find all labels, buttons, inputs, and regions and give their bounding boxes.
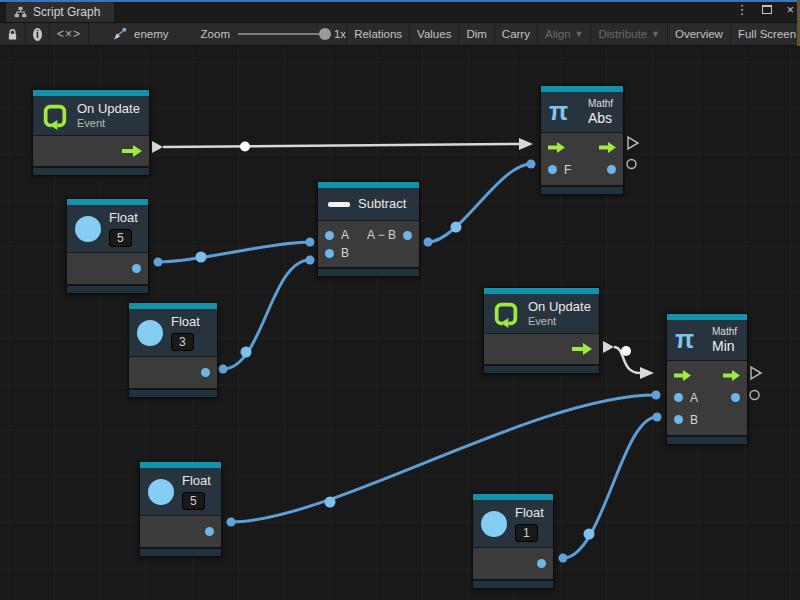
node-title: Subtract (358, 196, 406, 212)
node-subtitle: Event (528, 315, 591, 328)
toolbar-buttons: Relations Values Dim Carry Align▼ Distri… (346, 23, 800, 45)
zoom-control: Zoom 1x (201, 23, 347, 45)
port-label: A (341, 228, 349, 242)
focus-highlight-line (0, 0, 800, 2)
tab-script-graph[interactable]: Script Graph (6, 2, 114, 22)
node-mathf-min[interactable]: π Mathf Min A B (666, 313, 748, 445)
node-category: Mathf (588, 97, 613, 110)
value-out-port[interactable] (607, 165, 616, 174)
node-float-1[interactable]: Float 1 (472, 493, 554, 589)
node-title: Abs (588, 110, 613, 127)
align-dropdown[interactable]: Align▼ (538, 23, 592, 45)
info-icon: i (33, 28, 42, 41)
node-float-5-bottom[interactable]: Float 5 (139, 461, 222, 557)
node-category: Mathf (712, 325, 737, 338)
loop-event-icon (492, 300, 520, 328)
script-graph-window: On Update Event π Mathf Abs (0, 0, 800, 600)
full-screen-button[interactable]: Full Screen (731, 23, 800, 45)
tab-bar: Script Graph (0, 0, 800, 22)
float-icon (137, 320, 163, 346)
value-out-port[interactable] (731, 393, 740, 402)
node-float-3[interactable]: Float 3 (128, 302, 218, 398)
float-value-field[interactable]: 1 (515, 524, 538, 542)
value-out-port[interactable] (201, 368, 210, 377)
node-subtract[interactable]: Subtract A A − B B (317, 181, 420, 277)
exec-out-port[interactable] (723, 370, 740, 381)
node-subtitle: Event (77, 117, 140, 130)
exec-out-port[interactable] (599, 142, 616, 153)
zoom-slider-handle[interactable] (319, 28, 331, 40)
exec-in-port[interactable] (548, 142, 565, 153)
math-pi-icon: π (549, 99, 568, 124)
node-title: On Update (528, 299, 591, 315)
graph-toolbar: i <×> enemy Zoom 1x Relations Values Dim… (0, 22, 800, 46)
node-mathf-abs[interactable]: π Mathf Abs F (540, 85, 624, 195)
float-value-field[interactable]: 5 (109, 229, 132, 247)
maximize-icon[interactable] (762, 5, 772, 14)
value-in-port-a[interactable] (325, 231, 334, 240)
zoom-slider[interactable] (238, 33, 326, 35)
value-in-port-b[interactable] (674, 415, 683, 424)
float-icon (148, 479, 174, 505)
node-title: Float (171, 314, 200, 330)
carry-button[interactable]: Carry (495, 23, 538, 45)
port-label: B (690, 413, 698, 427)
graph-name: enemy (134, 28, 169, 40)
exec-out-port[interactable] (572, 343, 592, 355)
loop-event-icon (41, 102, 69, 130)
zoom-label: Zoom (201, 28, 230, 40)
code-preview-button[interactable]: <×> (50, 23, 89, 45)
node-title: Float (515, 505, 544, 521)
values-button[interactable]: Values (410, 23, 459, 45)
node-title: Min (712, 338, 737, 355)
graph-pointer-icon (113, 27, 127, 41)
graph-picker[interactable]: enemy (89, 23, 179, 45)
node-float-5-top[interactable]: Float 5 (66, 198, 149, 294)
float-value-field[interactable]: 5 (182, 492, 205, 510)
value-in-port-a[interactable] (674, 393, 683, 402)
node-on-update-2[interactable]: On Update Event (483, 287, 600, 374)
port-label: F (564, 163, 571, 177)
port-label: A − B (367, 228, 396, 242)
node-title: Float (182, 473, 211, 489)
value-out-port[interactable] (205, 527, 214, 536)
node-title: Float (109, 210, 138, 226)
panel-menu-icon[interactable]: ⋮ (735, 3, 748, 16)
graph-tab-icon (14, 6, 27, 19)
subtract-icon (328, 202, 350, 207)
value-out-port[interactable] (132, 264, 141, 273)
tab-title: Script Graph (33, 5, 100, 19)
dim-button[interactable]: Dim (459, 23, 494, 45)
distribute-dropdown[interactable]: Distribute▼ (591, 23, 668, 45)
node-title: On Update (77, 101, 140, 117)
overview-button[interactable]: Overview (668, 23, 731, 45)
port-label: B (341, 246, 349, 260)
float-icon (481, 511, 507, 537)
exec-out-port[interactable] (122, 145, 142, 157)
close-icon[interactable]: × (786, 3, 794, 16)
exec-in-port[interactable] (674, 370, 691, 381)
float-icon (75, 216, 101, 242)
value-in-port[interactable] (548, 165, 557, 174)
info-button[interactable]: i (26, 23, 50, 45)
value-out-port[interactable] (403, 231, 412, 240)
zoom-value: 1x (334, 28, 346, 40)
chevron-down-icon: ▼ (575, 29, 584, 39)
value-out-port[interactable] (537, 559, 546, 568)
lock-button[interactable] (0, 23, 26, 45)
port-label: A (690, 391, 698, 405)
math-pi-icon: π (675, 327, 694, 352)
float-value-field[interactable]: 3 (171, 333, 194, 351)
code-icon: <×> (57, 27, 81, 41)
chevron-down-icon: ▼ (651, 29, 660, 39)
node-on-update-1[interactable]: On Update Event (32, 89, 150, 176)
lock-icon (7, 28, 18, 41)
value-in-port-b[interactable] (325, 249, 334, 258)
relations-button[interactable]: Relations (347, 23, 410, 45)
